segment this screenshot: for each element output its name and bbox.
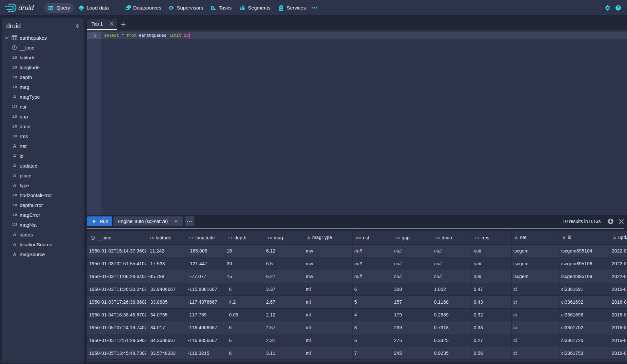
svg-text:?: ? (617, 6, 619, 10)
